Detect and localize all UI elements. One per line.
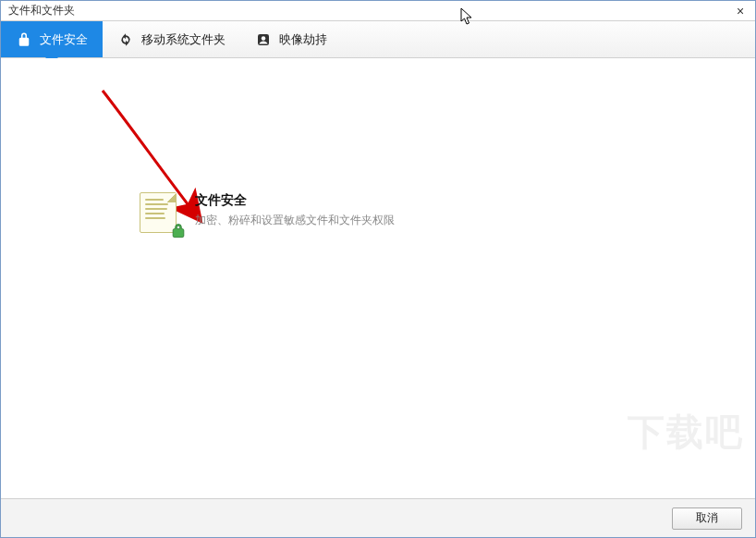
tabbar: 文件安全 移动系统文件夹 映像劫持: [1, 21, 755, 58]
feature-title: 文件安全: [195, 192, 395, 209]
tab-file-security[interactable]: 文件安全: [1, 21, 103, 57]
cancel-button[interactable]: 取消: [672, 507, 742, 530]
tab-label: 映像劫持: [279, 31, 327, 48]
lock-icon: [16, 31, 32, 48]
feature-description: 加密、粉碎和设置敏感文件和文件夹权限: [195, 213, 395, 228]
feature-file-security[interactable]: 文件安全 加密、粉碎和设置敏感文件和文件夹权限: [140, 192, 395, 237]
svg-point-1: [262, 36, 266, 41]
tab-image-hijack[interactable]: 映像劫持: [240, 21, 342, 57]
watermark-text: 下载吧: [628, 407, 744, 458]
refresh-icon: [117, 31, 134, 48]
tab-move-system-folders[interactable]: 移动系统文件夹: [103, 21, 240, 57]
badge-icon: [255, 31, 272, 48]
close-button[interactable]: ×: [731, 5, 750, 18]
footer: 取消: [1, 498, 755, 537]
content-area: 文件安全 加密、粉碎和设置敏感文件和文件夹权限 下载吧: [1, 58, 755, 498]
tab-label: 文件安全: [40, 31, 88, 48]
feature-text: 文件安全 加密、粉碎和设置敏感文件和文件夹权限: [195, 192, 395, 228]
document-lock-icon: [140, 192, 184, 237]
tab-label: 移动系统文件夹: [141, 31, 226, 48]
window-title: 文件和文件夹: [6, 3, 75, 18]
titlebar: 文件和文件夹 ×: [1, 1, 755, 21]
window-root: 文件和文件夹 × 文件安全 移动系统文件夹 映像劫持: [0, 0, 756, 538]
